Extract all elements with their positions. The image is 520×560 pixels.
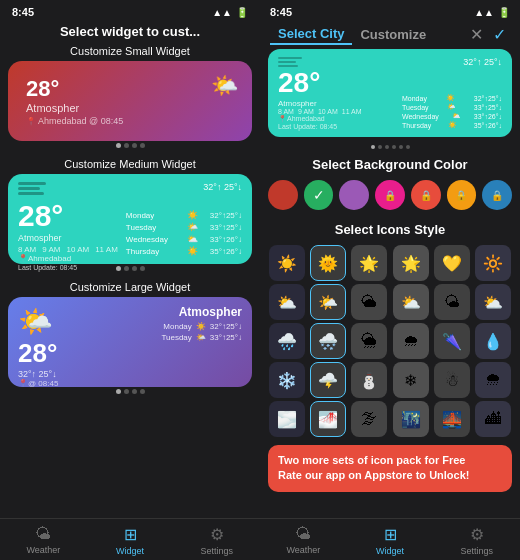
icon-cell-5-3[interactable]: 🌂: [434, 323, 470, 359]
icon-cell-2-3[interactable]: 🌨️: [310, 323, 346, 359]
forecast-row-3: Thursday ☀️ 35°↑26°↓: [126, 246, 242, 256]
color-swatch-orange[interactable]: [447, 180, 477, 210]
icon-cell-1-4[interactable]: ❄️: [269, 362, 305, 398]
preview-widget[interactable]: 28° Atmospher 8 AM9 AM10 AM11 AM 📍Ahmeda…: [268, 49, 512, 137]
small-widget-section: Customize Small Widget 🌤️ 28° Atmospher …: [8, 45, 252, 148]
preview-forecast: Monday☀️32°↑25°↓ Tuesday🌤️33°↑25°↓ Wedne…: [402, 94, 502, 129]
preview-fog-icon: [278, 57, 362, 67]
pdot-4: [392, 145, 396, 149]
icon-cell-4-3[interactable]: 🌧: [393, 323, 429, 359]
fog-icon: [18, 182, 118, 195]
forecast-row-2: Wednesday ⛅ 33°↑26°↓: [126, 234, 242, 244]
small-widget-dots: [8, 143, 252, 148]
icon-cell-1-3[interactable]: 🌧️: [269, 323, 305, 359]
preview-range: 32°↑ 25°↓: [463, 57, 502, 67]
medium-widget-right: 32°↑ 25°↓ Monday ☀️ 32°↑25°↓ Tuesday 🌤️ …: [126, 182, 242, 256]
left-tab-weather[interactable]: 🌤 Weather: [0, 525, 87, 556]
confirm-button[interactable]: ✓: [489, 25, 510, 44]
preview-times: 8 AM9 AM10 AM11 AM: [278, 108, 362, 115]
icon-cell-1-2[interactable]: ⛅: [269, 284, 305, 320]
small-widget[interactable]: 🌤️ 28° Atmospher 📍 Ahmedabad @ 08:45: [8, 61, 252, 141]
large-range: 32°↑ 25°↓: [18, 369, 153, 379]
icon-cell-3-1[interactable]: 🌟: [351, 245, 387, 281]
icon-col-1: ☀️ ⛅ 🌧️ ❄️ 🌫️: [268, 245, 306, 437]
right-tab-bar: Select City Customize ✕ ✓: [260, 20, 520, 49]
battery-icon: 🔋: [236, 7, 248, 18]
select-city-tab[interactable]: Select City: [270, 24, 352, 45]
icon-col-2: 🌞 🌤️ 🌨️ 🌩️ 🌁: [309, 245, 347, 437]
right-tab-weather[interactable]: 🌤 Weather: [260, 525, 347, 556]
icon-cell-3-3[interactable]: 🌦: [351, 323, 387, 359]
forecast-row-0: Monday ☀️ 32°↑25°↓: [126, 210, 242, 220]
icon-cell-6-5[interactable]: 🏙: [475, 401, 511, 437]
pdot-6: [406, 145, 410, 149]
large-widget[interactable]: 🌤️ 28° 32°↑ 25°↓ 📍@ 08:45 Atmospher Mond…: [8, 297, 252, 387]
left-tab-settings[interactable]: ⚙ Settings: [173, 525, 260, 556]
left-tab-widget[interactable]: ⊞ Widget: [87, 525, 174, 556]
right-tab-settings[interactable]: ⚙ Settings: [433, 525, 520, 556]
icon-cell-4-1[interactable]: 🌟: [393, 245, 429, 281]
icon-cell-4-4[interactable]: ❄: [393, 362, 429, 398]
small-temp: 28°: [26, 76, 242, 102]
icon-style-header: Select Icons Style: [268, 222, 512, 237]
medium-widget-title: Customize Medium Widget: [8, 158, 252, 170]
medium-widget-left: 28° Atmospher 8 AM 9 AM 10 AM 11 AM 📍Ahm…: [18, 182, 118, 256]
medium-forecast: Monday ☀️ 32°↑25°↓ Tuesday 🌤️ 33°↑25°↓ W…: [126, 210, 242, 256]
pdot-2: [378, 145, 382, 149]
icon-cell-2-2[interactable]: 🌤️: [310, 284, 346, 320]
icon-cell-2-5[interactable]: 🌁: [310, 401, 346, 437]
large-widget-title: Customize Large Widget: [8, 281, 252, 293]
color-swatch-pink[interactable]: [375, 180, 405, 210]
medium-widget[interactable]: 28° Atmospher 8 AM 9 AM 10 AM 11 AM 📍Ahm…: [8, 174, 252, 264]
icon-cell-2-1[interactable]: 🌞: [310, 245, 346, 281]
customize-tab[interactable]: Customize: [352, 25, 434, 44]
icon-cell-5-2[interactable]: 🌤: [434, 284, 470, 320]
close-button[interactable]: ✕: [464, 25, 489, 44]
right-time: 8:45: [270, 6, 292, 18]
icon-cell-6-3[interactable]: 💧: [475, 323, 511, 359]
icon-style-grid: ☀️ ⛅ 🌧️ ❄️ 🌫️ 🌞 🌤️ 🌨️ 🌩️ 🌁 🌟 🌥 🌦 ⛄ 🌫: [268, 245, 512, 437]
right-wifi-icon: ▲▲: [474, 7, 494, 18]
promo-banner[interactable]: Two more sets of icon pack for Free Rate…: [268, 445, 512, 492]
color-swatch-red[interactable]: [268, 180, 298, 210]
icon-cell-1-1[interactable]: ☀️: [269, 245, 305, 281]
color-swatch-green[interactable]: [304, 180, 334, 210]
small-condition: Atmospher: [26, 102, 242, 114]
left-time: 8:45: [12, 6, 34, 18]
widget-tab-label: Widget: [116, 546, 144, 556]
icon-cell-6-4[interactable]: 🌨: [475, 362, 511, 398]
icon-cell-5-1[interactable]: 💛: [434, 245, 470, 281]
icon-cell-4-5[interactable]: 🌃: [393, 401, 429, 437]
color-swatch-crimson[interactable]: [411, 180, 441, 210]
icon-cell-5-5[interactable]: 🌉: [434, 401, 470, 437]
small-weather-icon: 🌤️: [211, 73, 238, 99]
icon-cell-3-4[interactable]: ⛄: [351, 362, 387, 398]
icon-cell-1-5[interactable]: 🌫️: [269, 401, 305, 437]
icon-cell-6-1[interactable]: 🔆: [475, 245, 511, 281]
icon-cell-3-2[interactable]: 🌥: [351, 284, 387, 320]
dot-4: [140, 143, 145, 148]
preview-widget-left: 28° Atmospher 8 AM9 AM10 AM11 AM 📍Ahmeda…: [278, 57, 362, 129]
large-forecast-row-0: Monday☀️32°↑25°↓: [161, 322, 242, 331]
preview-condition: Atmospher: [278, 99, 362, 108]
right-widget-tab-label: Widget: [376, 546, 404, 556]
icon-cell-5-4[interactable]: ☃: [434, 362, 470, 398]
color-swatch-purple[interactable]: [339, 180, 369, 210]
small-location: 📍 Ahmedabad @ 08:45: [26, 116, 242, 126]
preview-temp: 28°: [278, 67, 362, 99]
right-settings-tab-icon: ⚙: [470, 525, 484, 544]
color-swatch-blue[interactable]: [482, 180, 512, 210]
left-scroll-area: Customize Small Widget 🌤️ 28° Atmospher …: [0, 45, 260, 518]
large-widget-section: Customize Large Widget 🌤️ 28° 32°↑ 25°↓ …: [8, 281, 252, 394]
right-battery-icon: 🔋: [498, 7, 510, 18]
icon-col-5: 💛 🌤 🌂 ☃ 🌉: [433, 245, 471, 437]
preview-dots: [268, 145, 512, 149]
icon-cell-2-4[interactable]: 🌩️: [310, 362, 346, 398]
right-tab-widget[interactable]: ⊞ Widget: [347, 525, 434, 556]
medium-times: 8 AM 9 AM 10 AM 11 AM: [18, 245, 118, 254]
icon-col-3: 🌟 🌥 🌦 ⛄ 🌫: [350, 245, 388, 437]
icon-cell-4-2[interactable]: ⛅: [393, 284, 429, 320]
right-settings-tab-label: Settings: [460, 546, 493, 556]
icon-cell-6-2[interactable]: ⛅: [475, 284, 511, 320]
icon-cell-3-5[interactable]: 🌫: [351, 401, 387, 437]
